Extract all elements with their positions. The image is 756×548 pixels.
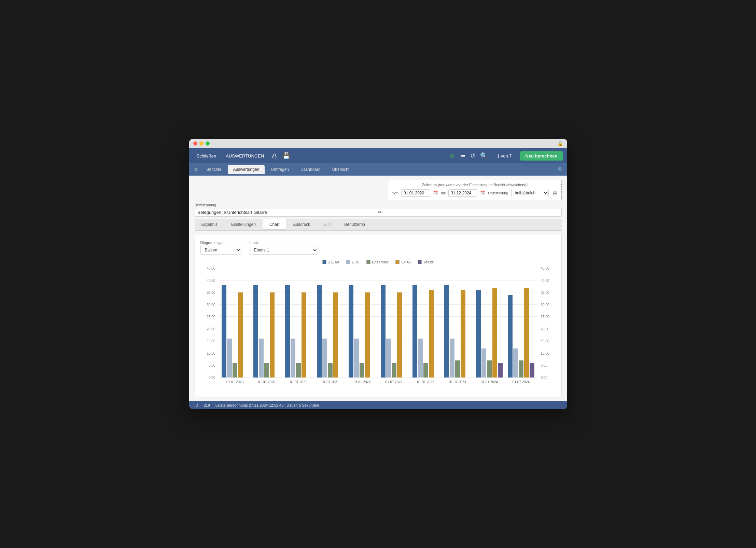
bar[interactable] bbox=[317, 285, 322, 378]
bar[interactable] bbox=[392, 363, 396, 378]
bezeichnung-row: Bezeichnung Belegungen je Unterichtsart … bbox=[195, 203, 562, 217]
bar[interactable] bbox=[429, 290, 434, 378]
tab-dashboard[interactable]: Dashboard bbox=[295, 165, 326, 174]
bar[interactable] bbox=[354, 339, 359, 378]
tab-uebersicht[interactable]: Übersicht bbox=[327, 165, 355, 174]
sub-tab-bild[interactable]: Bild bbox=[317, 219, 337, 230]
bar[interactable] bbox=[476, 290, 481, 378]
von-calendar-icon[interactable]: 📅 bbox=[433, 191, 438, 195]
status-id-label: ID bbox=[195, 403, 198, 407]
toolbar-print-icons: 🖨 💾 bbox=[270, 151, 291, 160]
bar[interactable] bbox=[222, 285, 226, 378]
neu-berechnen-button[interactable]: Neu berechnen bbox=[520, 151, 563, 161]
bar[interactable] bbox=[450, 339, 454, 378]
bis-input[interactable] bbox=[448, 189, 477, 197]
bar[interactable] bbox=[508, 295, 513, 378]
bar[interactable] bbox=[270, 292, 275, 378]
status-letzte-berechnung: Letzte Berechnung: 27.11.2024 12:52:43 |… bbox=[215, 403, 319, 407]
edit-icon[interactable]: ✏ bbox=[378, 210, 559, 215]
bar[interactable] bbox=[227, 339, 232, 378]
legend-color-box bbox=[322, 260, 326, 264]
bar[interactable] bbox=[322, 339, 327, 378]
y-axis-label-right: 40,00 bbox=[539, 278, 556, 282]
sub-tab-chart[interactable]: Chart bbox=[263, 219, 286, 230]
toolbar-nav-icons: ⊕ bbox=[448, 151, 456, 161]
bar[interactable] bbox=[412, 285, 417, 378]
close-button[interactable] bbox=[193, 141, 197, 146]
bar[interactable] bbox=[524, 288, 529, 378]
bar[interactable] bbox=[498, 363, 503, 378]
bar[interactable] bbox=[349, 285, 353, 378]
bar[interactable] bbox=[259, 339, 264, 378]
y-axis-label-left: 25,00 bbox=[200, 315, 218, 319]
bar-group bbox=[473, 268, 505, 378]
bar[interactable] bbox=[291, 339, 295, 378]
bar[interactable] bbox=[360, 363, 364, 378]
chart-area: Diagrammtyp Balken Linie Fläche Inhalt E… bbox=[195, 235, 562, 397]
bar[interactable] bbox=[455, 360, 460, 378]
legend-label: E 30 bbox=[352, 260, 360, 264]
maximize-button[interactable] bbox=[206, 141, 210, 146]
bis-calendar-icon[interactable]: 📅 bbox=[480, 191, 485, 195]
bar[interactable] bbox=[444, 285, 449, 378]
bar[interactable] bbox=[233, 363, 237, 378]
bar[interactable] bbox=[386, 339, 391, 378]
y-axis-label-right: 35,00 bbox=[539, 291, 556, 294]
bar[interactable] bbox=[253, 285, 258, 378]
bar[interactable] bbox=[481, 348, 486, 378]
bar[interactable] bbox=[397, 292, 402, 378]
save-icon[interactable]: 💾 bbox=[281, 151, 291, 160]
y-axis-label-left: 35,00 bbox=[200, 291, 218, 294]
auswertungen-button[interactable]: AUSWERTUNGEN bbox=[222, 152, 267, 160]
search-icon[interactable]: 🔍 bbox=[479, 151, 489, 160]
bar[interactable] bbox=[238, 292, 243, 378]
tab-auswertungen[interactable]: Auswertungen bbox=[228, 165, 265, 174]
grid-icon[interactable]: ⊞ bbox=[553, 190, 557, 196]
settings-icon[interactable]: ⚙ bbox=[192, 165, 200, 174]
bar[interactable] bbox=[333, 292, 338, 378]
schliessen-button[interactable]: Schließen bbox=[193, 152, 220, 160]
bar[interactable] bbox=[519, 360, 523, 378]
bar[interactable] bbox=[302, 292, 306, 378]
x-axis-label: 01.01.2021 bbox=[283, 378, 314, 391]
bar[interactable] bbox=[492, 288, 497, 378]
minimize-button[interactable] bbox=[199, 141, 204, 146]
legend-item: Ensemble bbox=[366, 260, 389, 264]
bar[interactable] bbox=[381, 285, 386, 378]
bar[interactable] bbox=[418, 339, 423, 378]
zeitraum-section: Zeitraum (nur wenn von der Einstellung i… bbox=[195, 180, 562, 200]
bezeichnung-field: Bezeichnung Belegungen je Unterichtsart … bbox=[195, 203, 562, 217]
tab-umfragen[interactable]: Umfragen bbox=[265, 165, 294, 174]
bar-group bbox=[442, 268, 473, 378]
y-axis-label-right: 10,00 bbox=[539, 351, 556, 355]
bar[interactable] bbox=[296, 363, 301, 378]
bar[interactable] bbox=[365, 292, 370, 378]
forward-icon[interactable]: ➡ bbox=[459, 151, 467, 160]
print-icon[interactable]: 🖨 bbox=[270, 152, 279, 160]
bis-label: bis bbox=[441, 191, 446, 195]
bar[interactable] bbox=[461, 290, 465, 378]
sub-tab-einstellungen[interactable]: Einstellungen bbox=[224, 219, 263, 230]
sub-tab-benutzer[interactable]: Benutzer:in bbox=[337, 219, 372, 230]
inhalt-select[interactable]: Ebene 1 Ebene 2 bbox=[250, 246, 318, 255]
bar[interactable] bbox=[530, 363, 534, 378]
x-axis-label: 01.07.2022 bbox=[378, 378, 410, 391]
bar[interactable] bbox=[328, 363, 333, 378]
bar[interactable] bbox=[285, 285, 290, 378]
add-circle-icon[interactable]: ⊕ bbox=[448, 151, 456, 161]
diagrammtyp-select[interactable]: Balken Linie Fläche bbox=[200, 246, 241, 255]
bar-group bbox=[346, 268, 378, 378]
refresh-icon[interactable]: ↺ bbox=[469, 151, 477, 160]
bar[interactable] bbox=[264, 363, 269, 378]
unterteilung-select[interactable]: halbjährlich jährlich quartalsweise mona… bbox=[511, 189, 549, 197]
von-input[interactable] bbox=[401, 189, 430, 197]
status-bar: ID 219 Letzte Berechnung: 27.11.2024 12:… bbox=[189, 401, 567, 409]
sub-tab-ausdruck[interactable]: Ausdruck bbox=[286, 219, 317, 230]
tab-berichte[interactable]: Berichte bbox=[201, 165, 227, 174]
sub-tab-ergebnis[interactable]: Ergebnis bbox=[195, 219, 224, 230]
bar[interactable] bbox=[423, 363, 428, 378]
eye-icon[interactable]: 👁 bbox=[556, 165, 564, 175]
lock-icon: 🔒 bbox=[557, 141, 563, 146]
bar[interactable] bbox=[487, 360, 492, 378]
bar[interactable] bbox=[513, 348, 518, 378]
